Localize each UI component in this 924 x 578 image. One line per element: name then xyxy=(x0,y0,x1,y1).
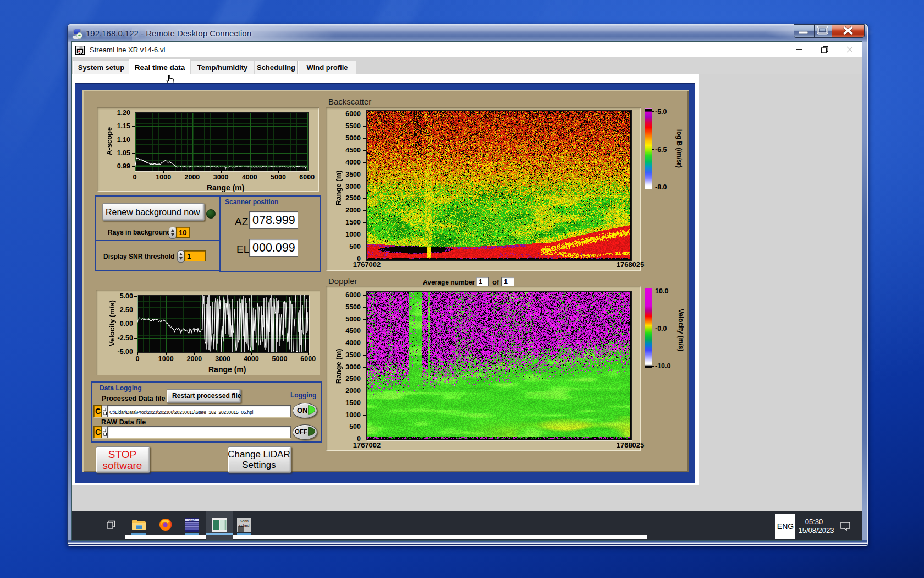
svg-text:Scan: Scan xyxy=(240,519,249,523)
svg-text:GEEK: GEEK xyxy=(189,519,196,521)
svg-text:sched: sched xyxy=(239,524,250,527)
